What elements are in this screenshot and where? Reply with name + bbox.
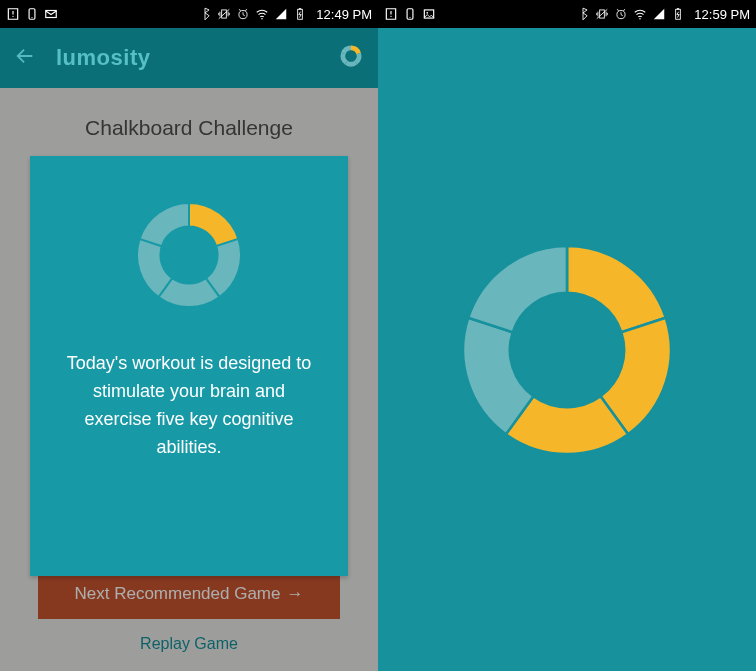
main-content: Chalkboard Challenge Next Recommended Ga… <box>0 88 378 671</box>
loading-body <box>378 28 756 671</box>
alarm-icon <box>236 7 250 21</box>
vibrate-icon <box>217 7 231 21</box>
progress-donut-icon <box>124 190 254 320</box>
next-game-label: Next Recommended Game <box>75 584 281 603</box>
app-toolbar: lumosity <box>0 28 378 88</box>
progress-mini-donut-icon[interactable] <box>338 43 364 73</box>
svg-rect-9 <box>299 8 301 9</box>
screen-loading: 12:59 PM <box>378 0 756 671</box>
signal-icon <box>652 7 666 21</box>
svg-point-14 <box>426 12 428 14</box>
game-title: Chalkboard Challenge <box>0 88 378 158</box>
arrow-right-icon: → <box>286 584 303 603</box>
battery-charging-icon <box>293 7 307 21</box>
mail-icon <box>44 7 58 21</box>
alarm-icon <box>614 7 628 21</box>
screen-modal: 12:49 PM lumosity <box>0 0 378 671</box>
phone-icon <box>25 7 39 21</box>
wifi-icon <box>633 7 647 21</box>
next-game-button[interactable]: Next Recommended Game→ <box>38 569 340 619</box>
replay-game-link[interactable]: Replay Game <box>38 619 340 663</box>
signal-icon <box>274 7 288 21</box>
svg-point-12 <box>409 17 410 18</box>
svg-point-0 <box>12 16 13 17</box>
status-bar: 12:59 PM <box>378 0 756 28</box>
wifi-icon <box>255 7 269 21</box>
workout-intro-modal[interactable]: Today's workout is designed to stimulate… <box>30 156 348 576</box>
notification-alert-icon <box>6 7 20 21</box>
notification-alert-icon <box>384 7 398 21</box>
modal-body-text: Today's workout is designed to stimulate… <box>58 350 320 462</box>
battery-charging-icon <box>671 7 685 21</box>
svg-rect-20 <box>677 8 679 9</box>
phone-icon <box>403 7 417 21</box>
svg-point-2 <box>31 17 32 18</box>
back-icon[interactable] <box>14 45 36 71</box>
bluetooth-icon <box>198 7 212 21</box>
status-bar: 12:49 PM <box>0 0 378 28</box>
svg-point-7 <box>262 18 264 20</box>
svg-point-10 <box>390 16 391 17</box>
app-title: lumosity <box>56 45 150 71</box>
bluetooth-icon <box>576 7 590 21</box>
vibrate-icon <box>595 7 609 21</box>
progress-donut-large-icon <box>437 220 697 480</box>
image-icon <box>422 7 436 21</box>
status-clock: 12:49 PM <box>316 7 372 22</box>
status-clock: 12:59 PM <box>694 7 750 22</box>
svg-point-18 <box>640 18 642 20</box>
